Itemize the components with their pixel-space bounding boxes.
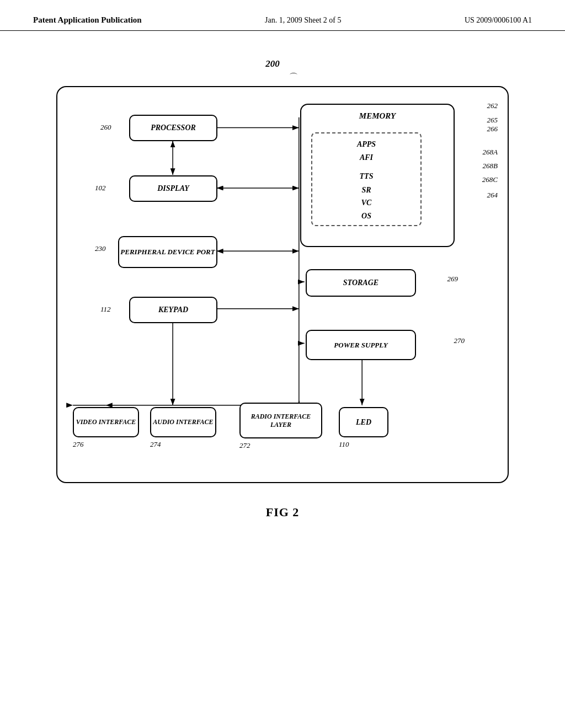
ref-268A: 268A — [483, 148, 498, 157]
video-interface-block: VIDEO INTERFACE — [73, 407, 139, 437]
ref-260: 260 — [100, 123, 111, 132]
audio-interface-block: AUDIO INTERFACE — [150, 407, 216, 437]
header-date-sheet: Jan. 1, 2009 Sheet 2 of 5 — [265, 16, 341, 25]
diagram-container: 200 ⌒ — [0, 31, 565, 536]
ref-274: 274 — [150, 440, 161, 449]
ref-264: 264 — [487, 191, 498, 200]
ref-112: 112 — [100, 305, 111, 314]
power-supply-block: POWER SUPPLY — [306, 330, 416, 360]
ref-268C: 268C — [482, 175, 498, 184]
ref-200-label: 200 — [265, 58, 280, 69]
radio-interface-layer-block: RADIO INTERFACE LAYER — [239, 403, 322, 438]
ref-262: 262 — [487, 101, 498, 110]
ref-272: 272 — [239, 441, 250, 450]
ref-230: 230 — [95, 244, 106, 253]
outer-diagram-box: 200 ⌒ — [56, 86, 509, 483]
ref-110: 110 — [339, 440, 349, 449]
ref-265: 265 — [487, 116, 498, 125]
ref-276: 276 — [73, 440, 84, 449]
peripheral-block: PERIPHERAL DEVICE PORT — [118, 236, 217, 268]
ref-200-arrow: ⌒ — [289, 72, 298, 83]
ref-266: 266 — [487, 125, 498, 133]
processor-block: PROCESSOR — [129, 115, 217, 141]
page-header: Patent Application Publication Jan. 1, 2… — [0, 0, 565, 31]
ref-102: 102 — [95, 184, 106, 192]
display-block: DISPLAY — [129, 175, 217, 202]
led-block: LED — [339, 407, 388, 437]
memory-block: MEMORY APPS AFI TTS SR VC OS — [300, 104, 455, 247]
ref-269: 269 — [447, 275, 459, 283]
ref-268B: 268B — [483, 162, 498, 170]
header-publication-label: Patent Application Publication — [33, 15, 142, 25]
storage-block: STORAGE — [306, 269, 416, 297]
keypad-block: KEYPAD — [129, 297, 217, 323]
figure-caption: FIG 2 — [266, 505, 300, 520]
ref-270: 270 — [454, 336, 465, 345]
memory-inner-dashed: APPS AFI TTS SR VC OS — [311, 132, 422, 226]
header-patent-number: US 2009/0006100 A1 — [465, 16, 532, 25]
